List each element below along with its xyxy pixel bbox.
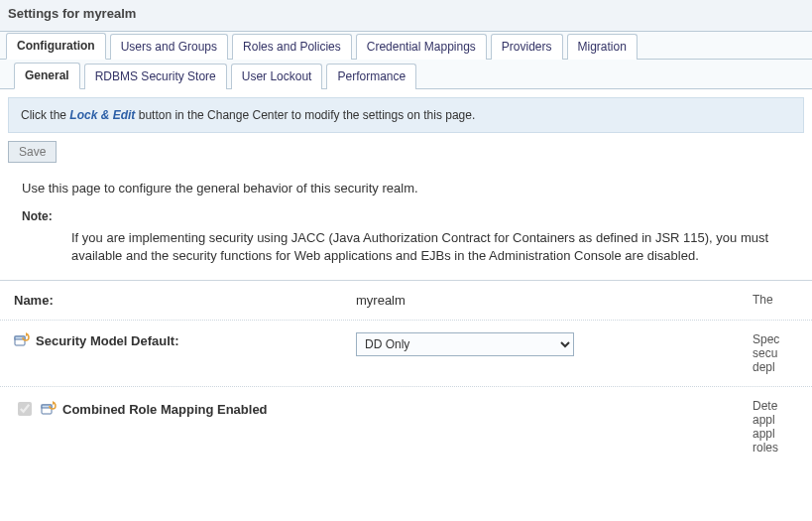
save-button[interactable]: Save bbox=[8, 141, 57, 163]
label-security-model-text: Security Model Default: bbox=[36, 333, 178, 348]
tab-migration[interactable]: Migration bbox=[567, 34, 638, 60]
primary-tab-row: Configuration Users and Groups Roles and… bbox=[0, 32, 812, 60]
desc-security-model-2: secu bbox=[753, 346, 802, 360]
desc-combined-role-4: roles bbox=[753, 441, 802, 455]
value-security-model: DD Only bbox=[356, 332, 753, 356]
tab-providers[interactable]: Providers bbox=[491, 34, 563, 60]
lock-edit-link[interactable]: Lock & Edit bbox=[69, 108, 135, 122]
desc-security-model-3: depl bbox=[753, 360, 802, 374]
desc-combined-role: Dete appl appl roles bbox=[753, 399, 802, 455]
secondary-tab-row: General RDBMS Security Store User Lockou… bbox=[0, 60, 812, 89]
info-bar-prefix: Click the bbox=[21, 108, 69, 122]
page-title: Settings for myrealm bbox=[0, 0, 812, 32]
tab-configuration[interactable]: Configuration bbox=[6, 33, 106, 60]
desc-combined-role-1: Dete bbox=[753, 399, 802, 413]
intro-text: Use this page to configure the general b… bbox=[22, 181, 794, 195]
note-body: If you are implementing security using J… bbox=[71, 229, 794, 264]
row-combined-role: Combined Role Mapping Enabled Dete appl … bbox=[0, 386, 812, 466]
desc-security-model-1: Spec bbox=[753, 332, 802, 346]
label-security-model: Security Model Default: bbox=[14, 332, 356, 349]
info-bar-suffix: button in the Change Center to modify th… bbox=[139, 108, 476, 122]
value-name: myrealm bbox=[356, 293, 753, 308]
restart-icon bbox=[41, 401, 57, 418]
note-label: Note: bbox=[22, 209, 794, 223]
label-name-text: Name: bbox=[14, 293, 54, 308]
form-area: Name: myrealm The Security Model Default… bbox=[0, 280, 812, 466]
desc-combined-role-3: appl bbox=[753, 427, 802, 441]
body-text: Use this page to configure the general b… bbox=[0, 181, 812, 264]
tab-users-and-groups[interactable]: Users and Groups bbox=[110, 34, 228, 60]
subtab-rdbms-security-store[interactable]: RDBMS Security Store bbox=[84, 64, 227, 89]
label-name: Name: bbox=[14, 293, 356, 308]
tab-credential-mappings[interactable]: Credential Mappings bbox=[356, 34, 487, 60]
checkbox-combined-role[interactable] bbox=[18, 402, 32, 416]
subtab-general[interactable]: General bbox=[14, 63, 80, 89]
save-row: Save bbox=[8, 141, 804, 163]
label-combined-role-text: Combined Role Mapping Enabled bbox=[62, 402, 268, 417]
desc-name: The bbox=[753, 293, 802, 307]
restart-icon bbox=[14, 332, 30, 349]
label-combined-role: Combined Role Mapping Enabled bbox=[14, 399, 356, 419]
select-security-model[interactable]: DD Only bbox=[356, 332, 574, 356]
desc-combined-role-2: appl bbox=[753, 413, 802, 427]
tab-roles-and-policies[interactable]: Roles and Policies bbox=[232, 34, 352, 60]
subtab-performance[interactable]: Performance bbox=[326, 64, 416, 89]
subtab-user-lockout[interactable]: User Lockout bbox=[231, 64, 323, 89]
desc-security-model: Spec secu depl bbox=[753, 332, 802, 374]
row-security-model: Security Model Default: DD Only Spec sec… bbox=[0, 320, 812, 386]
row-name: Name: myrealm The bbox=[0, 280, 812, 320]
info-bar: Click the Lock & Edit button in the Chan… bbox=[8, 97, 804, 133]
